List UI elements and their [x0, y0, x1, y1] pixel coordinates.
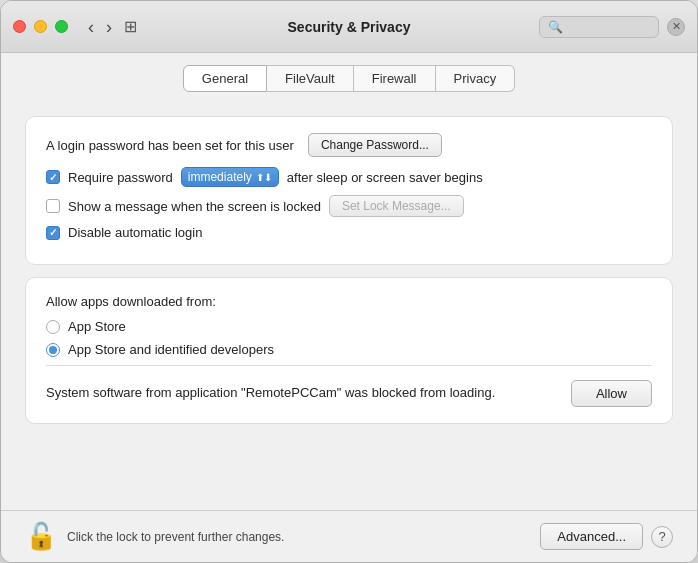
tab-filevault[interactable]: FileVault — [267, 65, 354, 92]
main-window: ‹ › ⊞ Security & Privacy 🔍 ✕ General Fil… — [0, 0, 698, 563]
lock-icon[interactable]: 🔓 — [25, 521, 57, 552]
after-sleep-label: after sleep or screen saver begins — [287, 170, 483, 185]
tabs-bar: General FileVault Firewall Privacy — [1, 53, 697, 100]
require-password-checkbox[interactable] — [46, 170, 60, 184]
set-lock-message-button[interactable]: Set Lock Message... — [329, 195, 464, 217]
titlebar: ‹ › ⊞ Security & Privacy 🔍 ✕ — [1, 1, 697, 53]
grid-button[interactable]: ⊞ — [124, 17, 137, 36]
bottom-right: Advanced... ? — [540, 523, 673, 550]
radio-app-store-row: App Store — [46, 319, 652, 334]
tab-privacy[interactable]: Privacy — [436, 65, 516, 92]
allow-button[interactable]: Allow — [571, 380, 652, 407]
tab-firewall[interactable]: Firewall — [354, 65, 436, 92]
require-password-row: Require password immediately ⬆⬇ after sl… — [46, 167, 652, 187]
main-content: A login password has been set for this u… — [1, 100, 697, 510]
apps-section: Allow apps downloaded from: App Store Ap… — [25, 277, 673, 424]
maximize-button[interactable] — [55, 20, 68, 33]
help-button[interactable]: ? — [651, 526, 673, 548]
allow-apps-title: Allow apps downloaded from: — [46, 294, 652, 309]
window-close-icon[interactable]: ✕ — [667, 18, 685, 36]
change-password-button[interactable]: Change Password... — [308, 133, 442, 157]
blocked-text: System software from application "Remote… — [46, 384, 495, 402]
password-row: A login password has been set for this u… — [46, 133, 652, 157]
back-button[interactable]: ‹ — [84, 16, 98, 38]
disable-autologin-label: Disable automatic login — [68, 225, 202, 240]
divider — [46, 365, 652, 366]
search-box[interactable]: 🔍 — [539, 16, 659, 38]
titlebar-right: 🔍 ✕ — [539, 16, 685, 38]
nav-buttons: ‹ › — [84, 16, 116, 38]
lock-area: 🔓 Click the lock to prevent further chan… — [25, 521, 284, 552]
minimize-button[interactable] — [34, 20, 47, 33]
show-message-checkbox[interactable] — [46, 199, 60, 213]
tab-general[interactable]: General — [183, 65, 267, 92]
forward-button[interactable]: › — [102, 16, 116, 38]
require-password-label: Require password — [68, 170, 173, 185]
close-button[interactable] — [13, 20, 26, 33]
advanced-button[interactable]: Advanced... — [540, 523, 643, 550]
bottom-bar: 🔓 Click the lock to prevent further chan… — [1, 510, 697, 562]
password-label: A login password has been set for this u… — [46, 138, 294, 153]
lock-text: Click the lock to prevent further change… — [67, 530, 284, 544]
radio-app-store-label: App Store — [68, 319, 126, 334]
blocked-software-section: System software from application "Remote… — [46, 380, 652, 407]
radio-app-store[interactable] — [46, 320, 60, 334]
radio-app-store-developers-row: App Store and identified developers — [46, 342, 652, 357]
disable-autologin-checkbox[interactable] — [46, 226, 60, 240]
traffic-lights — [13, 20, 68, 33]
password-section: A login password has been set for this u… — [25, 116, 673, 265]
show-message-label: Show a message when the screen is locked — [68, 199, 321, 214]
search-icon: 🔍 — [548, 20, 563, 34]
radio-app-store-developers[interactable] — [46, 343, 60, 357]
disable-autologin-row: Disable automatic login — [46, 225, 652, 240]
immediately-dropdown[interactable]: immediately ⬆⬇ — [181, 167, 279, 187]
show-message-row: Show a message when the screen is locked… — [46, 195, 652, 217]
immediately-label: immediately — [188, 170, 252, 184]
radio-app-store-developers-label: App Store and identified developers — [68, 342, 274, 357]
dropdown-arrow-icon: ⬆⬇ — [256, 172, 272, 183]
window-title: Security & Privacy — [288, 19, 411, 35]
